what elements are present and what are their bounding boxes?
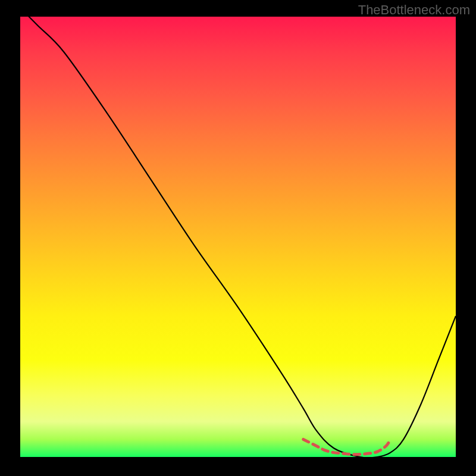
bottleneck-curve-path — [20, 8, 456, 458]
watermark-text: TheBottleneck.com — [358, 2, 470, 18]
optimal-range-path — [303, 439, 390, 454]
chart-svg — [20, 17, 456, 457]
